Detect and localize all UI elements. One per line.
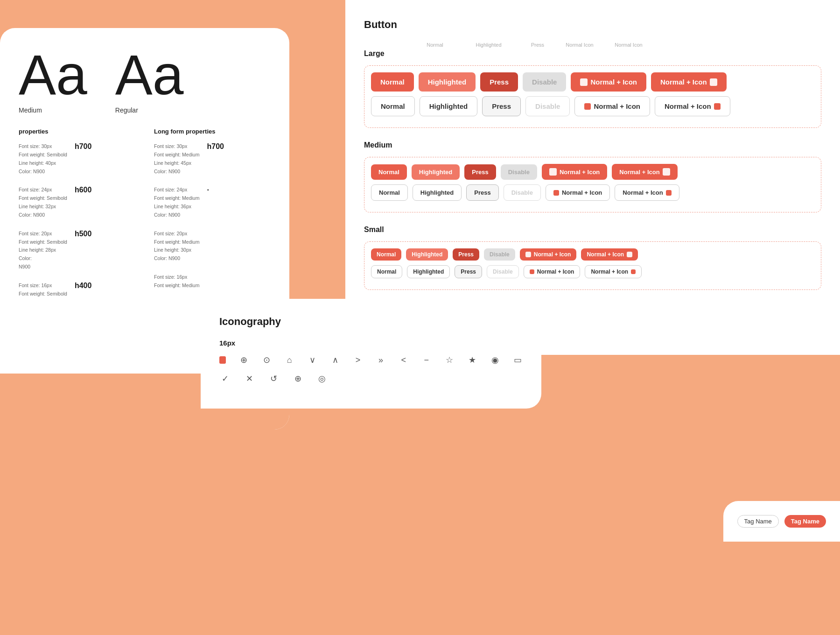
icons-row-1: ⊕ ⊙ ⌂ ∨ ∧ > » < − ☆ ★ ◉ ▭ [219, 354, 523, 366]
small-outline-icon-1 [530, 269, 534, 274]
small-section-title: Small [364, 226, 821, 234]
tag-filled: Tag Name [784, 515, 826, 528]
tag-card: Tag Name Tag Name [723, 501, 840, 542]
medium-icon-box-1 [549, 168, 557, 176]
icon-chevron-right: > [353, 354, 363, 366]
large-press-filled[interactable]: Press [480, 72, 518, 92]
large-normal-icon-filled[interactable]: Normal + Icon [571, 72, 646, 92]
small-normal-icon2-filled[interactable]: Normal + Icon [581, 248, 638, 261]
medium-button-group: Medium Normal Highlighted Press Disable … [364, 141, 821, 212]
font-sample-medium: Aa Medium [19, 47, 87, 114]
large-disable-filled[interactable]: Disable [523, 72, 566, 92]
icon-search: ⊙ [262, 354, 272, 366]
small-disable-filled[interactable]: Disable [484, 248, 515, 261]
icon-calendar: ▭ [513, 354, 523, 366]
large-filled-row: Normal Highlighted Press Disable Normal … [371, 72, 814, 92]
large-button-group: Large Normal Highlighted Press Disable N… [364, 49, 821, 128]
button-section-title: Button [364, 19, 821, 31]
medium-dashed-border: Normal Highlighted Press Disable Normal … [364, 157, 821, 212]
large-icon-box-2 [710, 78, 717, 86]
medium-filled-row: Normal Highlighted Press Disable Normal … [371, 164, 814, 180]
medium-normal-icon2-filled[interactable]: Normal + Icon [612, 164, 677, 180]
col-header-normal-icon2: Normal Icon [603, 42, 654, 48]
short-props-title: properties [19, 128, 135, 135]
large-outline-icon-2 [714, 103, 721, 110]
prop-h400-long: Font size: 16pxFont weight: Medium [154, 273, 271, 290]
icon-chevron-down: ∨ [308, 354, 317, 366]
large-dashed-border: Normal Highlighted Press Disable Normal … [364, 65, 821, 128]
font-label-regular: Regular [115, 106, 138, 114]
small-outline-row: Normal Highlighted Press Disable Normal … [371, 265, 814, 278]
prop-h600-meta-long: Font size: 24pxFont weight: MediumLine h… [154, 186, 199, 219]
large-press-outline[interactable]: Press [482, 96, 521, 116]
prop-h500-long: Font size: 20pxFont weight: MediumLine h… [154, 230, 271, 263]
small-button-group: Small Normal Highlighted Press Disable N… [364, 226, 821, 290]
icon-refresh: ↺ [268, 373, 279, 384]
small-press-filled[interactable]: Press [453, 248, 479, 261]
large-normal-icon2-outline[interactable]: Normal + Icon [655, 96, 730, 116]
medium-normal-outline[interactable]: Normal [371, 184, 408, 201]
prop-h700-meta-short: Font size: 30pxFont weight: SemiboldLine… [19, 142, 67, 176]
short-props-col: properties Font size: 30pxFont weight: S… [19, 128, 135, 309]
col-header-normal: Normal [412, 42, 458, 48]
prop-h400-short: Font size: 16pxFont weight: Semibold h40… [19, 282, 135, 298]
font-display-regular: Aa [115, 47, 184, 103]
large-normal-filled[interactable]: Normal [371, 72, 414, 92]
prop-h500-meta-short: Font size: 20pxFont weight: SemiboldLine… [19, 230, 67, 271]
icon-location: ◉ [490, 354, 500, 366]
prop-h600-heading-long: · [207, 186, 209, 194]
large-normal-outline[interactable]: Normal [371, 96, 415, 116]
small-disable-outline[interactable]: Disable [487, 265, 519, 278]
col-header-highlighted: Highlighted [463, 42, 514, 48]
large-normal-icon2-filled[interactable]: Normal + Icon [651, 72, 727, 92]
prop-h500-heading-short: h500 [75, 230, 91, 238]
medium-press-outline[interactable]: Press [466, 184, 498, 201]
large-disable-outline[interactable]: Disable [525, 96, 570, 116]
medium-normal-icon2-outline[interactable]: Normal + Icon [615, 184, 679, 201]
icon-star-filled: ★ [467, 354, 477, 366]
small-normal-icon-outline[interactable]: Normal + Icon [524, 265, 581, 278]
large-highlighted-filled[interactable]: Highlighted [419, 72, 476, 92]
prop-h400-meta-long: Font size: 16pxFont weight: Medium [154, 273, 199, 290]
icon-plus-circle: ⊕ [239, 354, 249, 366]
prop-h400-meta-short: Font size: 16pxFont weight: Semibold [19, 282, 67, 298]
icons-row-2: ✓ ✕ ↺ ⊕ ◎ [219, 373, 523, 384]
font-display-medium: Aa [19, 47, 87, 103]
icon-close: ✕ [244, 373, 255, 384]
prop-h600-heading-short: h600 [75, 186, 91, 194]
icon-star-outline: ☆ [444, 354, 454, 366]
medium-normal-icon-outline[interactable]: Normal + Icon [546, 184, 610, 201]
small-press-outline[interactable]: Press [455, 265, 482, 278]
medium-highlighted-filled[interactable]: Highlighted [412, 164, 460, 180]
icon-chevron-up: ∧ [330, 354, 340, 366]
icon-check: ✓ [219, 373, 231, 384]
small-highlighted-filled[interactable]: Highlighted [406, 248, 448, 261]
small-highlighted-outline[interactable]: Highlighted [407, 265, 450, 278]
icon-minus: − [421, 354, 431, 366]
large-highlighted-outline[interactable]: Highlighted [420, 96, 478, 116]
small-icon-box-1 [525, 252, 531, 257]
small-normal-filled[interactable]: Normal [371, 248, 401, 261]
medium-normal-filled[interactable]: Normal [371, 164, 407, 180]
icon-eye: ◎ [316, 373, 328, 384]
prop-h500-short: Font size: 20pxFont weight: SemiboldLine… [19, 230, 135, 271]
medium-outline-icon-1 [553, 190, 559, 196]
prop-h700-heading-long: h700 [207, 142, 224, 151]
small-normal-icon-filled[interactable]: Normal + Icon [520, 248, 577, 261]
medium-highlighted-outline[interactable]: Highlighted [413, 184, 462, 201]
prop-h600-long: Font size: 24pxFont weight: MediumLine h… [154, 186, 271, 219]
medium-outline-icon-2 [666, 190, 672, 196]
small-outline-icon-2 [631, 269, 636, 274]
long-props-col: Long form properties Font size: 30pxFont… [154, 128, 271, 309]
medium-press-filled[interactable]: Press [464, 164, 496, 180]
small-normal-icon2-outline[interactable]: Normal + Icon [585, 265, 642, 278]
small-filled-row: Normal Highlighted Press Disable Normal … [371, 248, 814, 261]
small-normal-outline[interactable]: Normal [371, 265, 402, 278]
medium-disable-outline[interactable]: Disable [504, 184, 541, 201]
icon-add: ⊕ [292, 373, 303, 384]
medium-disable-filled[interactable]: Disable [501, 164, 537, 180]
prop-h700-short: Font size: 30pxFont weight: SemiboldLine… [19, 142, 135, 176]
icon-double-chevron-right: » [376, 354, 385, 366]
large-normal-icon-outline[interactable]: Normal + Icon [574, 96, 650, 116]
medium-normal-icon-filled[interactable]: Normal + Icon [542, 164, 607, 180]
